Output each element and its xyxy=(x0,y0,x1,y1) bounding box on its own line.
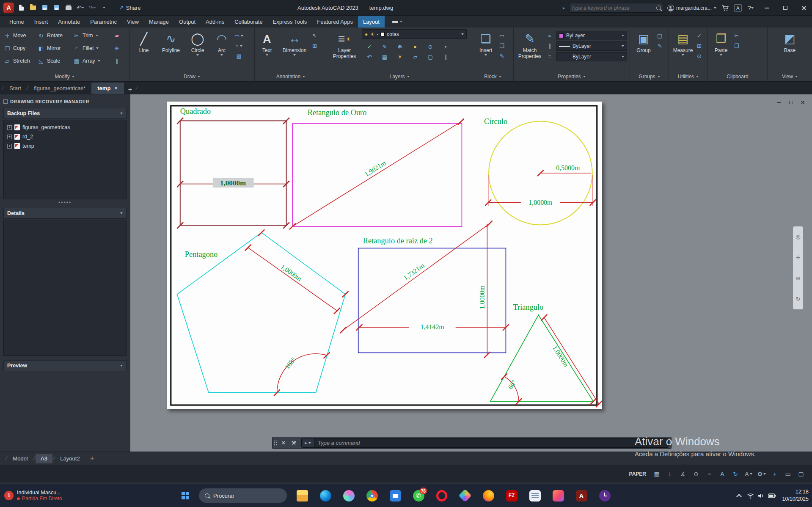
quadrado-label[interactable]: Quadrado xyxy=(180,107,211,116)
triangulo-side-dimension[interactable]: 1,0000m xyxy=(551,344,570,368)
restore-drawing-button[interactable] xyxy=(787,99,794,105)
command-input[interactable] xyxy=(314,440,668,446)
copilot-icon[interactable] xyxy=(340,487,357,504)
layer-match-tool[interactable]: ✎ xyxy=(383,44,387,50)
paper-space-toggle[interactable]: PAPER xyxy=(627,469,649,479)
customize-qat-button[interactable] xyxy=(99,3,109,12)
properties-panel-label[interactable]: Properties xyxy=(514,72,630,81)
layer-isolate-tool[interactable]: ⊙ xyxy=(428,44,433,50)
layer-properties-tool[interactable]: ≡☀ Layer Properties xyxy=(330,29,359,72)
dimension-tool[interactable]: ↔Dimension xyxy=(279,29,310,72)
save-button[interactable] xyxy=(40,3,50,12)
copy-clip-tool[interactable]: ❐ xyxy=(734,43,739,49)
ellipse-tool[interactable]: ○ xyxy=(234,43,243,49)
object-color-tool[interactable]: ≡ xyxy=(546,33,553,39)
expand-icon[interactable]: + xyxy=(7,125,12,130)
retangulo-ouro-figure[interactable]: Retangulo de Ouro 1,9021m xyxy=(289,108,464,229)
command-line-options-button[interactable]: ⚒ xyxy=(289,437,299,449)
copy-tool[interactable]: ❐Copy xyxy=(3,43,36,54)
circulo-label[interactable]: Círculo xyxy=(484,117,507,126)
ribbon-tab-annotate[interactable]: Annotate xyxy=(53,16,85,28)
modify-panel-label[interactable]: Modify xyxy=(0,72,129,81)
color-dropdown[interactable]: ByLayer xyxy=(556,31,627,40)
clean-screen-button[interactable]: ▢ xyxy=(796,469,806,479)
ribbon-tab-parametric[interactable]: Parametric xyxy=(85,16,122,28)
base-tool[interactable]: ◩Base xyxy=(779,29,801,72)
collapse-search-icon[interactable]: ▸ xyxy=(563,6,565,10)
array-tool[interactable]: ▦Array xyxy=(72,55,112,66)
layout-paper[interactable]: Quadrado 1,0000m Retangulo de Ou xyxy=(167,102,602,409)
measure-tool[interactable]: ▤Measure xyxy=(672,29,694,72)
filezilla-icon[interactable]: FZ xyxy=(503,487,520,504)
ribbon-tab-featured-apps[interactable]: Featured Apps xyxy=(312,16,358,28)
quadrado-figure[interactable]: Quadrado 1,0000m xyxy=(177,107,289,228)
id-point-tool[interactable]: ⊙ xyxy=(697,53,702,59)
zoom-icon[interactable]: ⊕ xyxy=(796,275,801,281)
annotation-visibility-button[interactable]: A xyxy=(717,469,727,479)
layer-previous-tool[interactable]: ↶ xyxy=(367,54,372,60)
offset-tool[interactable]: ∥ xyxy=(112,58,122,64)
command-line-grip[interactable] xyxy=(273,437,278,449)
draw-panel-label[interactable]: Draw xyxy=(129,72,254,81)
layer-freeze-tool[interactable]: ❄ xyxy=(398,44,402,50)
lineweight-display-button[interactable]: ≡ xyxy=(704,469,714,479)
rectangle-tool[interactable]: ▭ xyxy=(234,33,243,39)
photos-icon[interactable] xyxy=(457,487,473,504)
linetype-tool[interactable]: ∥ xyxy=(546,43,553,49)
user-account-menu[interactable]: margarida.cra... xyxy=(667,5,716,11)
a3-layout-tab[interactable]: A3 xyxy=(36,454,52,463)
palette-resize-grip[interactable]: ••••• xyxy=(3,199,127,206)
orbit-icon[interactable]: ↻ xyxy=(796,296,801,302)
close-window-button[interactable] xyxy=(797,0,811,16)
notepad-icon[interactable] xyxy=(526,487,543,504)
gallery-icon[interactable] xyxy=(550,487,567,504)
retangulo-raiz2-width-dimension[interactable]: 1,4142m xyxy=(421,323,445,331)
annotation-scale-button[interactable]: A xyxy=(743,469,754,479)
text-tool[interactable]: AText xyxy=(257,29,277,72)
retangulo-raiz2-label[interactable]: Retangulo de raiz de 2 xyxy=(363,237,433,245)
linetype-dropdown[interactable]: ByLayer xyxy=(556,52,627,61)
grid-display-button[interactable]: ▦ xyxy=(652,469,662,479)
polyline-tool[interactable]: ∿Polyline xyxy=(158,29,184,72)
triangulo-label[interactable]: Triangulo xyxy=(513,303,544,311)
tree-item-temp[interactable]: +temp xyxy=(6,141,124,151)
layer-unlock-tool[interactable]: ▢ xyxy=(428,54,433,60)
paste-tool[interactable]: ❒Paste xyxy=(710,29,732,72)
ungroup-tool[interactable]: ▢ xyxy=(657,33,662,39)
model-tab[interactable]: Model xyxy=(8,454,33,463)
arc-tool[interactable]: ◠Arc xyxy=(212,29,232,72)
erase-tool[interactable]: ▰ xyxy=(112,33,122,39)
layer-walk-tool[interactable]: ▦ xyxy=(382,54,387,60)
autocad-taskbar-icon[interactable]: A xyxy=(573,487,590,504)
file-tab-figuras-geometricas[interactable]: figuras_geometricas* xyxy=(28,83,91,94)
layout2-tab[interactable]: Layout2 xyxy=(55,454,85,463)
layers-panel-label[interactable]: Layers xyxy=(327,72,472,81)
write-block-tool[interactable]: ❐ xyxy=(499,43,504,49)
layer-merge-tool[interactable]: ∥ xyxy=(444,54,447,60)
triangulo-figure[interactable]: Triangulo 1,0000m 60° xyxy=(490,303,602,407)
ribbon-tab-manage[interactable]: Manage xyxy=(144,16,174,28)
block-panel-label[interactable]: Block xyxy=(472,72,513,81)
drawing-canvas[interactable]: Quadrado 1,0000m Retangulo de Ou xyxy=(130,94,812,452)
scale-tool[interactable]: ◺Scale xyxy=(36,55,72,66)
opera-icon[interactable] xyxy=(433,487,450,504)
save-as-button[interactable] xyxy=(52,3,61,12)
help-search-field[interactable] xyxy=(569,3,663,13)
search-icon[interactable] xyxy=(656,6,661,10)
circulo-figure[interactable]: Círculo 0,5000m 1,0000m xyxy=(484,117,596,225)
table-tool[interactable]: ⊞ xyxy=(312,43,317,49)
pentagono-label[interactable]: Pentagono xyxy=(185,250,217,259)
start-button[interactable] xyxy=(177,487,194,504)
taskbar-clock[interactable]: 12:18 10/10/2025 xyxy=(782,488,809,503)
command-line-bar[interactable]: ✕ ⚒ ▸ xyxy=(272,437,672,449)
chrome-icon[interactable] xyxy=(363,487,380,504)
ribbon-tab-express-tools[interactable]: Express Tools xyxy=(268,16,312,28)
ribbon-tab-addins[interactable]: Add-ins xyxy=(201,16,229,28)
drawing-viewport[interactable]: Quadrado 1,0000m Retangulo de Ou xyxy=(167,102,602,409)
new-drawing-button[interactable]: + xyxy=(124,85,137,94)
close-drawing-button[interactable] xyxy=(799,99,806,105)
taskbar-notification[interactable]: 1 Individual Mascu... Partida Em Direto xyxy=(0,490,127,501)
file-explorer-icon[interactable] xyxy=(294,487,311,504)
layer-thaw-all-tool[interactable]: ☀ xyxy=(397,54,402,60)
match-properties-tool[interactable]: ✎Match Properties xyxy=(516,29,543,72)
